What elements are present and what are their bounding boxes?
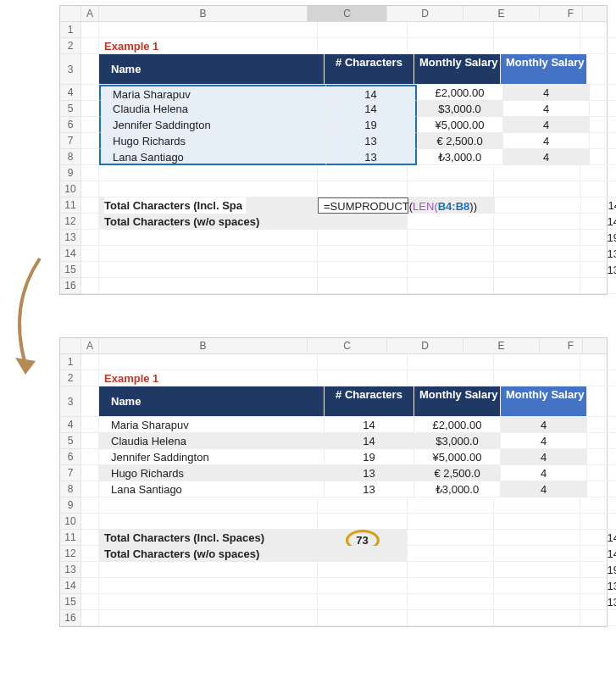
- table-row: 8Lana Santiago13₺3,000.04: [60, 481, 607, 497]
- formula-text: =SUMPRODUCT(LEN(B4:B8)): [324, 200, 477, 213]
- select-all-corner[interactable]: [60, 6, 81, 21]
- total-chars-incl-label[interactable]: Total Characters (Incl. Spa: [99, 197, 318, 214]
- table-row: 4 Maria Sharapuv 14 £2,000.00 4: [60, 85, 607, 101]
- cell[interactable]: [408, 22, 494, 38]
- total-chars-result-cell[interactable]: 73: [318, 530, 408, 546]
- col-header-e[interactable]: E: [463, 6, 540, 21]
- col-header-d[interactable]: D: [387, 6, 463, 21]
- cell[interactable]: [580, 22, 616, 38]
- cell-salary2[interactable]: 4: [503, 85, 590, 101]
- total-chars-incl-label[interactable]: Total Characters (Incl. Spaces): [99, 530, 318, 546]
- cell-salary[interactable]: £2,000.00: [417, 85, 503, 101]
- table-header-salary[interactable]: Monthly Salary: [414, 54, 501, 85]
- spreadsheet-after: A B C D E F 1 2Example 1 3 Name # Charac…: [59, 337, 608, 627]
- svg-marker-0: [15, 358, 36, 375]
- table-row: 6Jennifer Saddington19¥5,000.004: [60, 449, 607, 465]
- table-row: 7 Hugo Richards 13 € 2,500.0 4: [60, 133, 607, 149]
- table-row: 5Claudia Helena14$3,000.04: [60, 433, 607, 449]
- table-row: 4Maria Sharapuv14£2,000.004: [60, 417, 607, 433]
- table-row: 7Hugo Richards13€ 2,500.04: [60, 465, 607, 481]
- col-header-b[interactable]: B: [99, 6, 308, 21]
- cell[interactable]: [318, 22, 408, 38]
- table-header-chars[interactable]: # Characters: [325, 54, 414, 85]
- col-header-c[interactable]: C: [308, 6, 387, 21]
- example-title[interactable]: Example 1: [99, 370, 318, 386]
- table-header-name[interactable]: Name: [99, 54, 325, 85]
- table-header-salary2[interactable]: Monthly Salary: [501, 54, 587, 85]
- cell[interactable]: [81, 22, 99, 38]
- column-headers: A B C D E F: [60, 6, 607, 22]
- table-row: 5 Claudia Helena 14 $3,000.0 4: [60, 101, 607, 117]
- table-row: 6 Jennifer Saddington 19 ¥5,000.00 4: [60, 117, 607, 133]
- cell-chars[interactable]: 14: [326, 85, 417, 101]
- col-header-f[interactable]: F: [540, 6, 583, 21]
- side-val[interactable]: 14: [581, 197, 616, 214]
- formula-editing-cell[interactable]: =SUMPRODUCT(LEN(B4:B8)): [318, 197, 408, 214]
- table-row: 8 Lana Santiago 13 ₺3,000.0 4: [60, 149, 607, 165]
- total-chars-wo-label[interactable]: Total Characters (w/o spaces): [99, 546, 318, 562]
- row-header[interactable]: 1: [60, 22, 81, 38]
- select-all-corner[interactable]: [60, 338, 81, 353]
- example-title[interactable]: Example 1: [99, 38, 318, 54]
- col-header-a[interactable]: A: [81, 6, 99, 21]
- cell-name[interactable]: Maria Sharapuv: [99, 85, 326, 101]
- total-chars-wo-label[interactable]: Total Characters (w/o spaces): [99, 214, 318, 230]
- row-header[interactable]: 3: [60, 54, 81, 85]
- arrow-icon: [2, 254, 61, 381]
- cell[interactable]: [99, 22, 318, 38]
- row-header[interactable]: 2: [60, 38, 81, 54]
- spreadsheet-before: A B C D E F 1 2Example 1 3 Name # Charac…: [59, 5, 608, 295]
- column-headers: A B C D E F: [60, 338, 607, 354]
- cell[interactable]: [494, 22, 580, 38]
